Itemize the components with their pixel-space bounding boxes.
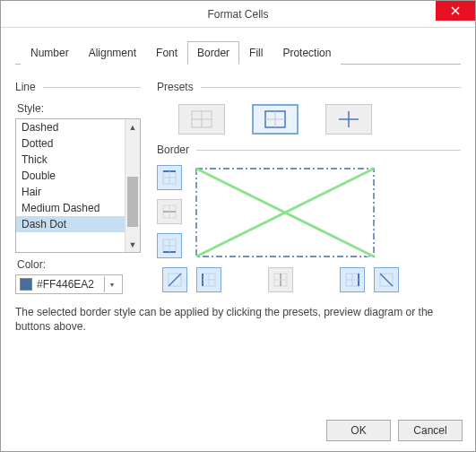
presets-row (157, 102, 461, 143)
border-preview[interactable] (195, 167, 376, 258)
close-button[interactable] (436, 1, 475, 21)
tab-number[interactable]: Number (21, 41, 79, 65)
presets-section-text: Presets (157, 81, 194, 93)
border-hmiddle-icon (161, 204, 177, 220)
line-section-text: Line (15, 81, 36, 93)
dialog-footer: OK Cancel (326, 420, 463, 441)
border-right-button[interactable] (340, 267, 365, 292)
color-row: Color: #FF446EA2 ▾ (15, 258, 141, 294)
color-swatch-icon (20, 278, 32, 291)
svg-line-24 (169, 274, 181, 286)
tab-alignment[interactable]: Alignment (79, 41, 146, 65)
list-item[interactable]: Dash Dot (16, 216, 125, 232)
svg-line-37 (380, 274, 393, 286)
inside-icon (336, 109, 361, 129)
border-hmiddle-button[interactable] (157, 199, 182, 224)
tab-protection[interactable]: Protection (273, 41, 341, 65)
grid-faint-icon (189, 109, 214, 129)
scroll-thumb[interactable] (127, 177, 138, 227)
border-section-label: Border (157, 143, 461, 156)
style-listbox[interactable]: Dashed Dotted Thick Double Hair Medium D… (15, 118, 141, 253)
border-section-text: Border (157, 143, 189, 156)
dialog-content: Number Alignment Font Border Fill Protec… (1, 28, 475, 452)
diag-up-icon (167, 272, 183, 288)
presets-section-label: Presets (157, 81, 461, 93)
divider-icon (43, 87, 141, 88)
tab-fill[interactable]: Fill (239, 41, 273, 65)
list-item[interactable]: Dashed (16, 119, 125, 135)
left-border-buttons (157, 165, 182, 258)
preview-diagram-icon (195, 167, 376, 258)
preset-outline-button[interactable] (252, 104, 299, 135)
list-item[interactable]: Medium Dashed (16, 200, 125, 216)
color-value: #FF446EA2 (37, 278, 100, 291)
preset-inside-button[interactable] (325, 104, 372, 135)
border-right-icon (344, 272, 360, 288)
svg-line-21 (196, 171, 374, 258)
color-picker[interactable]: #FF446EA2 ▾ (15, 274, 123, 294)
bottom-border-buttons (162, 267, 461, 292)
preset-none-button[interactable] (178, 104, 225, 135)
list-item[interactable]: Thick (16, 152, 125, 168)
scroll-up-icon[interactable]: ▲ (125, 119, 140, 135)
list-item[interactable]: Hair (16, 184, 125, 200)
close-icon (451, 6, 460, 15)
border-vmiddle-icon (273, 272, 289, 288)
sections: Line Style: Dashed Dotted Thick Double H… (15, 81, 461, 294)
style-items: Dashed Dotted Thick Double Hair Medium D… (16, 119, 125, 252)
chevron-down-icon[interactable]: ▾ (104, 276, 118, 292)
border-diag-down-button[interactable] (374, 267, 399, 292)
right-column: Presets (157, 81, 461, 294)
cancel-button[interactable]: Cancel (398, 420, 463, 441)
line-section: Line Style: Dashed Dotted Thick Double H… (15, 81, 141, 294)
ok-button[interactable]: OK (326, 420, 391, 441)
divider-icon (196, 150, 461, 151)
tab-font[interactable]: Font (146, 41, 187, 65)
style-label: Style: (17, 102, 141, 115)
tab-border[interactable]: Border (187, 41, 239, 65)
border-area (157, 165, 461, 258)
scroll-down-icon[interactable]: ▼ (125, 237, 140, 252)
divider-icon (201, 87, 461, 88)
border-left-icon (201, 272, 217, 288)
hint-text: The selected border style can be applied… (15, 305, 461, 334)
border-bottom-icon (161, 238, 177, 254)
list-item[interactable]: Dotted (16, 135, 125, 152)
border-top-icon (161, 170, 177, 186)
titlebar: Format Cells (1, 1, 475, 28)
tab-strip: Number Alignment Font Border Fill Protec… (15, 40, 461, 65)
outline-icon (263, 109, 288, 129)
border-bottom-button[interactable] (157, 233, 182, 258)
border-left-button[interactable] (196, 267, 221, 292)
border-diag-up-button[interactable] (162, 267, 187, 292)
window-title: Format Cells (207, 8, 268, 21)
diag-down-icon (378, 272, 394, 288)
list-item[interactable]: Double (16, 168, 125, 184)
color-label: Color: (17, 258, 141, 271)
scrollbar[interactable]: ▲ ▼ (125, 119, 140, 252)
border-top-button[interactable] (157, 165, 182, 190)
dialog-window: Format Cells Number Alignment Font Borde… (0, 0, 476, 452)
line-section-label: Line (15, 81, 141, 93)
border-vmiddle-button[interactable] (268, 267, 293, 292)
